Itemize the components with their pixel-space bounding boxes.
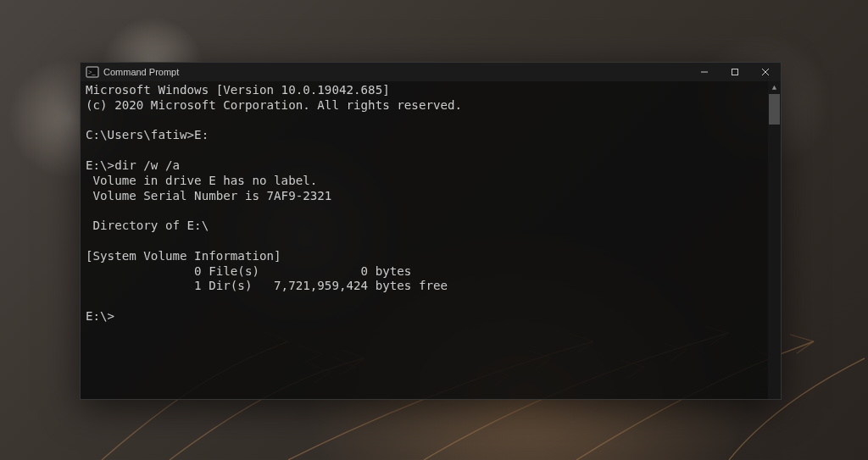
output-line: E:\>dir /w /a xyxy=(86,158,180,172)
output-line: C:\Users\fatiw>E: xyxy=(86,128,209,141)
terminal-area[interactable]: Microsoft Windows [Version 10.0.19042.68… xyxy=(81,81,781,399)
output-line: [System Volume Information] xyxy=(86,249,281,263)
scroll-up-arrow-icon[interactable]: ▲ xyxy=(768,81,781,94)
terminal-output: Microsoft Windows [Version 10.0.19042.68… xyxy=(86,83,768,324)
cmd-icon: >_ xyxy=(86,65,99,79)
output-line: (c) 2020 Microsoft Corporation. All righ… xyxy=(86,98,462,112)
command-prompt-window: >_ Command Prompt Microsoft Windows [Ver… xyxy=(80,62,782,400)
svg-text:>_: >_ xyxy=(88,69,97,76)
output-line: Volume Serial Number is 7AF9-2321 xyxy=(86,189,331,202)
maximize-button[interactable] xyxy=(720,63,750,81)
output-line: Microsoft Windows [Version 10.0.19042.68… xyxy=(86,83,390,97)
output-line: 1 Dir(s) 7,721,959,424 bytes free xyxy=(86,279,448,292)
close-button[interactable] xyxy=(750,63,781,81)
scrollbar[interactable]: ▲ xyxy=(768,81,781,399)
output-line: Volume in drive E has no label. xyxy=(86,174,317,187)
window-title: Command Prompt xyxy=(103,67,179,77)
output-line: 0 File(s) 0 bytes xyxy=(86,264,411,278)
minimize-button[interactable] xyxy=(689,63,720,81)
prompt-line: E:\> xyxy=(86,309,114,323)
output-line: Directory of E:\ xyxy=(86,219,209,232)
svg-rect-3 xyxy=(732,69,738,75)
scrollbar-thumb[interactable] xyxy=(769,94,780,125)
titlebar[interactable]: >_ Command Prompt xyxy=(81,63,781,81)
